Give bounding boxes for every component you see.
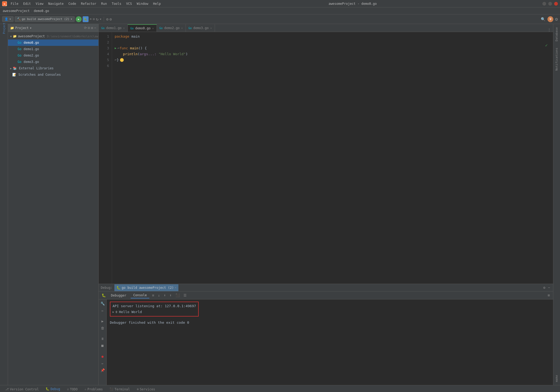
println-close: ) — [186, 51, 188, 57]
tab-problems[interactable]: ⚠ Problems — [81, 386, 106, 392]
close-button[interactable] — [554, 2, 558, 6]
file-demo0[interactable]: Go demo0.go — [8, 39, 98, 46]
rerun-button[interactable]: ↻ — [96, 17, 99, 22]
sync-button[interactable]: ⟳ — [84, 26, 87, 30]
code-line-2 — [115, 39, 550, 45]
toolbar-settings[interactable]: ⚙ — [110, 17, 112, 21]
debug-session-tab[interactable]: 🐛 go build awesomeProject (2) × — [114, 284, 178, 291]
debug-tool-btn-3[interactable]: ✏ — [100, 360, 106, 366]
menu-edit[interactable]: Edit — [21, 1, 33, 6]
debug-button[interactable]: 🐛 — [83, 16, 89, 22]
tree-root[interactable]: ▼ 📁 awesomeProject D:\environment\GoWork… — [8, 33, 98, 39]
menu-help[interactable]: Help — [151, 1, 163, 6]
menu-code[interactable]: Code — [66, 1, 78, 6]
tab-demo2-close[interactable]: × — [181, 27, 183, 30]
user-avatar[interactable]: U — [547, 16, 553, 22]
database-label[interactable]: Database — [554, 24, 559, 45]
make-label[interactable]: make — [554, 372, 559, 385]
file-demo2[interactable]: Go demo2.go — [8, 52, 98, 59]
debug-play-btn[interactable]: ▶ — [100, 318, 106, 324]
tab-version-control[interactable]: ⎇ Version Control — [2, 386, 42, 392]
menu-file[interactable]: File — [9, 1, 21, 6]
console-tab[interactable]: Console — [131, 293, 150, 298]
tab-demo3[interactable]: Go demo3.go × — [186, 24, 215, 32]
menu-vcs[interactable]: VCS — [124, 1, 134, 6]
tab-demo1-close[interactable]: × — [123, 27, 125, 30]
notifications-label[interactable]: Notifications — [554, 45, 559, 74]
maximize-button[interactable] — [548, 2, 552, 6]
tree-scratches[interactable]: 📝 Scratches and Consoles — [8, 71, 98, 78]
more-run-button[interactable]: ▾ — [99, 17, 102, 21]
tab-demo2[interactable]: Go demo2.go × — [157, 24, 186, 32]
build-dropdown[interactable]: 🔨 go build awesomeProject (2) ▾ — [15, 16, 75, 22]
clear-console-btn[interactable]: ⬆ — [169, 293, 173, 298]
stop-console-btn[interactable]: ⬛ — [174, 293, 181, 298]
menu-tools[interactable]: Tools — [110, 1, 123, 6]
breadcrumb-file[interactable]: demo0.go — [34, 9, 49, 13]
line-num-2: 2 — [99, 39, 109, 45]
debug-pause-btn[interactable]: ⏸ — [100, 336, 106, 342]
panel-settings-button[interactable]: ⚙ — [91, 26, 93, 30]
tab-more-button[interactable]: ⋮ — [545, 28, 553, 32]
scratch-icon: 📝 — [12, 73, 16, 77]
scroll-end-btn[interactable]: ↓ — [157, 293, 161, 298]
minimize-button[interactable] — [542, 2, 546, 6]
collapse-all-button[interactable]: ⊟ — [88, 26, 90, 30]
panel-dropdown-arrow[interactable]: ▾ — [30, 26, 32, 30]
tab-todo[interactable]: ☑ TODO — [64, 386, 81, 392]
search-button[interactable]: 🔍 — [540, 16, 546, 22]
func-println: println — [123, 51, 138, 57]
tab-demo0-close[interactable]: × — [152, 27, 154, 30]
debug-content: 🔧 ✏ ▶ 🗑 ⏸ ⏹ ● ✏ 📌 — [99, 299, 553, 385]
debug-output[interactable]: API server listening at: 127.0.0.1:49697… — [107, 299, 553, 385]
ext-label: External Libraries — [19, 66, 54, 70]
file-demo1[interactable]: Go demo1.go — [8, 46, 98, 52]
debug-tool-btn-2[interactable]: ✏ — [100, 307, 106, 313]
breadcrumb-project[interactable]: awesomeProject — [3, 9, 30, 13]
panel-close-button[interactable]: − — [94, 26, 96, 30]
menu-run[interactable]: Run — [99, 1, 109, 6]
debug-red-btn[interactable]: ● — [100, 353, 106, 359]
run-gutter-arrow[interactable]: ▶ — [115, 45, 117, 51]
reformat-btn[interactable]: ≡ — [151, 293, 155, 298]
file-demo3[interactable]: Go demo3.go — [8, 59, 98, 65]
tab-demo0[interactable]: Go demo0.go × — [128, 24, 157, 32]
debug-pin-btn[interactable]: 📌 — [100, 367, 106, 373]
debug-tool-btn-1[interactable]: 🔧 — [100, 301, 106, 306]
tab-bar: Go demo1.go × Go demo0.go × Go demo2.go … — [99, 24, 553, 32]
code-content[interactable]: package main ▶ ⌐ func main () { — [112, 32, 553, 284]
scratches-label: Scratches and Consoles — [18, 73, 61, 77]
lightbulb-icon[interactable] — [120, 58, 124, 62]
save-console-btn[interactable]: ⬇ — [163, 293, 167, 298]
debug-icon-btn[interactable]: 🐛 — [101, 293, 107, 298]
more-console-btn[interactable]: ☰ — [182, 293, 188, 298]
tab-services[interactable]: ⚙ Services — [134, 386, 158, 392]
menu-navigate[interactable]: Navigate — [46, 1, 66, 6]
build-project-button[interactable]: ⚙ — [106, 17, 108, 21]
tree-external-libraries[interactable]: ▶ 📚 External Libraries — [8, 65, 98, 71]
profile-button[interactable]: ⊙ — [93, 17, 95, 21]
arg-label: args...: — [140, 51, 157, 57]
tab-debug[interactable]: 🐛 Debug — [42, 386, 63, 392]
debugger-tab[interactable]: Debugger — [108, 293, 129, 298]
layout-btn[interactable]: ⊞ — [547, 293, 551, 298]
output-line-finished: Debugger finished with the exit code 0 — [110, 320, 550, 326]
project-view-button[interactable]: Project — [1, 25, 7, 31]
debug-minimize-button[interactable]: − — [547, 286, 551, 290]
tab-demo3-close[interactable]: × — [210, 27, 212, 30]
user-dropdown[interactable]: 👤 ▾ — [2, 16, 14, 22]
debug-delete-btn[interactable]: 🗑 — [100, 325, 106, 331]
tab-demo1[interactable]: Go demo1.go × — [99, 24, 128, 32]
gear-icon[interactable]: ⚙ — [555, 16, 558, 22]
toolbar: 👤 ▾ 🔨 go build awesomeProject (2) ▾ 🐛 ☂ … — [0, 14, 560, 24]
menu-view[interactable]: View — [34, 1, 46, 6]
debug-stop-btn[interactable]: ⏹ — [100, 343, 106, 349]
debug-session-close[interactable]: × — [175, 286, 176, 289]
finished-text: Debugger finished with the exit code 0 — [110, 320, 189, 326]
coverage-button[interactable]: ☂ — [90, 17, 92, 21]
menu-window[interactable]: Window — [135, 1, 150, 6]
menu-refactor[interactable]: Refactor — [79, 1, 98, 6]
debug-settings-button[interactable]: ⚙ — [542, 286, 546, 290]
tab-terminal[interactable]: ⬛ Terminal — [106, 386, 133, 392]
run-button[interactable] — [76, 16, 82, 22]
